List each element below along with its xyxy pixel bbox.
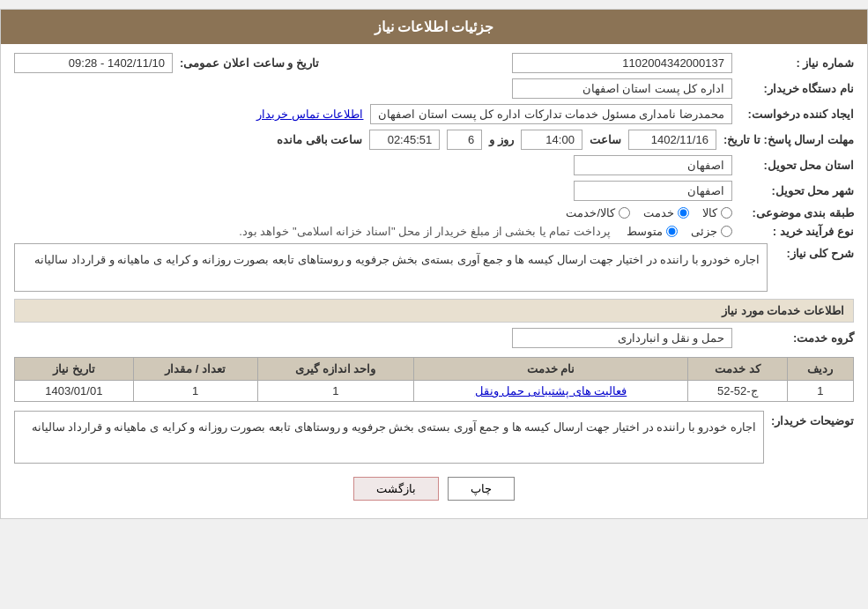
- shahr-value: اصفهان: [574, 181, 732, 201]
- cell-unit: 1: [257, 381, 414, 402]
- col-kod: کد خدمت: [687, 358, 787, 381]
- mohlet-rooz-label: روز و: [489, 133, 514, 146]
- col-radif: ردیف: [787, 358, 853, 381]
- shomara-niaz-label: شماره نیاز :: [739, 56, 854, 70]
- page-title: جزئیات اطلاعات نیاز: [1, 10, 867, 44]
- tabaqe-khedmat-label: خدمت: [643, 206, 674, 219]
- nofarayand-label: نوع فرآیند خرید :: [739, 225, 854, 238]
- cell-kod: ج-52-52: [687, 381, 787, 402]
- ijad-link[interactable]: اطلاعات تماس خریدار: [256, 108, 363, 121]
- sharh-niaz-label: شرح کلی نیاز:: [775, 243, 854, 260]
- col-tedaad: تعداد / مقدار: [133, 358, 257, 381]
- cell-radif: 1: [787, 381, 853, 402]
- shomara-niaz-value: 1102004342000137: [512, 53, 732, 73]
- cell-tarikh: 1403/01/01: [15, 381, 134, 402]
- ostan-label: استان محل تحویل:: [739, 159, 854, 172]
- group-khedmat-label: گروه خدمت:: [739, 331, 854, 345]
- mohlet-label: مهلت ارسال پاسخ: تا تاریخ:: [723, 133, 854, 146]
- tabaqe-kala-item[interactable]: کالا: [702, 206, 732, 219]
- nofarayand-text: پرداخت تمام یا بخشی از مبلغ خریدار از مح…: [239, 225, 611, 238]
- mohlet-date: 1402/11/16: [628, 130, 716, 150]
- name-dastgah-label: نام دستگاه خریدار:: [739, 82, 854, 95]
- tabaqe-khedmat-item[interactable]: خدمت: [643, 206, 689, 219]
- tabaqe-kala-khedmat-item[interactable]: کالا/خدمت: [566, 206, 630, 219]
- cell-name[interactable]: فعالیت های پشتیبانی حمل ونقل: [414, 381, 688, 402]
- khadamat-section-title: اطلاعات خدمات مورد نیاز: [14, 299, 854, 323]
- back-button[interactable]: بازگشت: [353, 477, 439, 501]
- col-unit: واحد اندازه گیری: [257, 358, 414, 381]
- tabaqe-group: کالا خدمت کالا/خدمت: [566, 206, 732, 219]
- ijad-label: ایجاد کننده درخواست:: [739, 108, 854, 121]
- col-name: نام خدمت: [414, 358, 688, 381]
- mohlet-time: 14:00: [521, 130, 582, 150]
- buttons-row: چاپ بازگشت: [14, 477, 854, 501]
- ostan-value: اصفهان: [574, 155, 732, 175]
- tarikh-aalan-value: 1402/11/10 - 09:28: [14, 53, 173, 73]
- name-dastgah-value: اداره کل پست استان اصفهان: [512, 78, 732, 99]
- print-button[interactable]: چاپ: [448, 477, 515, 501]
- group-khedmat-value: حمل و نقل و انبارداری: [512, 328, 732, 348]
- tarikh-aalan-label: تاریخ و ساعت اعلان عمومی:: [180, 56, 319, 70]
- shahr-label: شهر محل تحویل:: [739, 184, 854, 197]
- mohlet-time-label: ساعت: [590, 133, 621, 146]
- services-table: ردیف کد خدمت نام خدمت واحد اندازه گیری ت…: [14, 357, 854, 402]
- table-row: 1 ج-52-52 فعالیت های پشتیبانی حمل ونقل 1…: [15, 381, 854, 402]
- tabaqe-khedmat-radio[interactable]: [678, 207, 689, 219]
- cell-tedaad: 1: [133, 381, 257, 402]
- nofarayand-jazzi-label: جزئی: [691, 225, 717, 238]
- tabaqe-label: طبقه بندی موضوعی:: [739, 206, 854, 219]
- tabaqe-kala-radio[interactable]: [721, 207, 732, 219]
- mohlet-rooz-value: 6: [447, 130, 482, 150]
- sharh-niaz-text: اجاره خودرو با راننده در اختیار جهت ارسا…: [14, 243, 768, 292]
- tabaqe-kala-khedmat-radio[interactable]: [619, 207, 630, 219]
- tabaqe-kala-khedmat-label: کالا/خدمت: [566, 206, 615, 219]
- nofarayand-group: جزئی متوسط: [627, 225, 732, 238]
- nofarayand-jazzi-item[interactable]: جزئی: [691, 225, 732, 238]
- tabaqe-kala-label: کالا: [702, 206, 717, 219]
- nofarayand-motawaset-label: متوسط: [627, 225, 663, 238]
- col-tarikh: تاریخ نیاز: [15, 358, 134, 381]
- ijad-value: محمدرضا نامداری مسئول خدمات تدارکات ادار…: [370, 104, 732, 124]
- nofarayand-motawaset-radio[interactable]: [666, 226, 678, 237]
- tawzih-label: توضیحات خریدار:: [771, 411, 854, 427]
- services-table-container: ردیف کد خدمت نام خدمت واحد اندازه گیری ت…: [14, 357, 854, 402]
- tawzih-text: اجاره خودرو با راننده در اختیار جهت ارسا…: [14, 411, 764, 464]
- nofarayand-motawaset-item[interactable]: متوسط: [627, 225, 678, 238]
- mohlet-remaining: 02:45:51: [369, 130, 440, 150]
- mohlet-remaining-label: ساعت باقی مانده: [277, 133, 362, 146]
- nofarayand-jazzi-radio[interactable]: [721, 226, 732, 237]
